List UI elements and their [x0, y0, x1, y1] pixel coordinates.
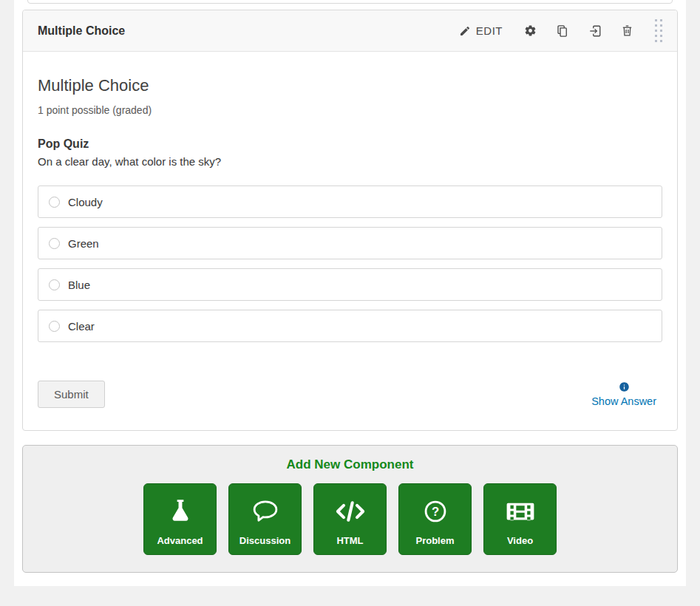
choice-label: Green — [68, 237, 99, 250]
info-icon — [591, 381, 656, 392]
problem-display-name: Multiple Choice — [38, 76, 662, 95]
flask-icon — [165, 484, 196, 535]
film-icon — [505, 484, 536, 535]
add-html-button[interactable]: HTML — [313, 483, 387, 555]
add-component-title: Add New Component — [23, 457, 677, 472]
question-circle-icon: ? — [421, 484, 450, 535]
add-discussion-button[interactable]: Discussion — [228, 483, 302, 555]
question-text: On a clear day, what color is the sky? — [38, 155, 662, 168]
problem-component-card: Multiple Choice EDIT — [22, 10, 678, 431]
choice-label: Blue — [68, 279, 90, 291]
radio-button[interactable] — [49, 321, 60, 332]
problem-actions: Submit Show Answer — [38, 381, 662, 408]
settings-button[interactable] — [514, 20, 546, 41]
move-icon — [588, 24, 602, 38]
question-title: Pop Quiz — [38, 137, 662, 151]
duplicate-button[interactable] — [546, 20, 579, 42]
choice-label: Clear — [68, 320, 95, 333]
problem-body: Multiple Choice 1 point possible (graded… — [23, 52, 677, 430]
choice-option[interactable]: Blue — [38, 268, 662, 301]
previous-component-edge — [27, 0, 673, 4]
points-possible-text: 1 point possible (graded) — [38, 104, 662, 116]
choice-option[interactable]: Cloudy — [38, 185, 662, 218]
add-button-label: Problem — [415, 535, 454, 554]
code-icon — [334, 484, 367, 535]
component-header: Multiple Choice EDIT — [23, 10, 677, 52]
submit-button[interactable]: Submit — [38, 381, 105, 408]
speech-bubble-icon — [250, 484, 281, 535]
add-video-button[interactable]: Video — [483, 483, 557, 555]
add-button-label: Advanced — [157, 535, 203, 554]
drag-handle-icon[interactable] — [652, 16, 665, 45]
move-button[interactable] — [579, 20, 611, 42]
add-button-label: HTML — [336, 535, 363, 554]
add-problem-button[interactable]: ? Problem — [398, 483, 472, 555]
radio-button[interactable] — [49, 238, 60, 249]
choice-option[interactable]: Green — [38, 227, 662, 259]
pencil-icon — [459, 25, 471, 37]
trash-icon — [621, 24, 633, 37]
add-button-label: Discussion — [239, 535, 290, 554]
add-button-label: Video — [507, 535, 533, 554]
edit-button-label: EDIT — [476, 24, 503, 37]
radio-button[interactable] — [49, 197, 60, 208]
add-new-component-panel: Add New Component Advanced Discussion HT… — [22, 445, 678, 573]
choice-label: Cloudy — [68, 196, 103, 208]
add-component-buttons: Advanced Discussion HTML ? Problem Video — [23, 483, 677, 555]
duplicate-icon — [556, 24, 569, 38]
gear-icon — [524, 24, 537, 37]
radio-button[interactable] — [49, 279, 60, 290]
component-actions: EDIT — [449, 16, 670, 45]
edit-button[interactable]: EDIT — [449, 20, 514, 41]
component-title: Multiple Choice — [38, 24, 125, 38]
show-answer-link[interactable]: Show Answer — [591, 395, 656, 407]
svg-text:?: ? — [431, 504, 438, 518]
add-advanced-button[interactable]: Advanced — [143, 483, 217, 555]
choice-option[interactable]: Clear — [38, 310, 662, 342]
delete-button[interactable] — [611, 20, 643, 41]
show-answer-block: Show Answer — [591, 381, 656, 408]
choice-group: Cloudy Green Blue Clear — [38, 185, 662, 342]
